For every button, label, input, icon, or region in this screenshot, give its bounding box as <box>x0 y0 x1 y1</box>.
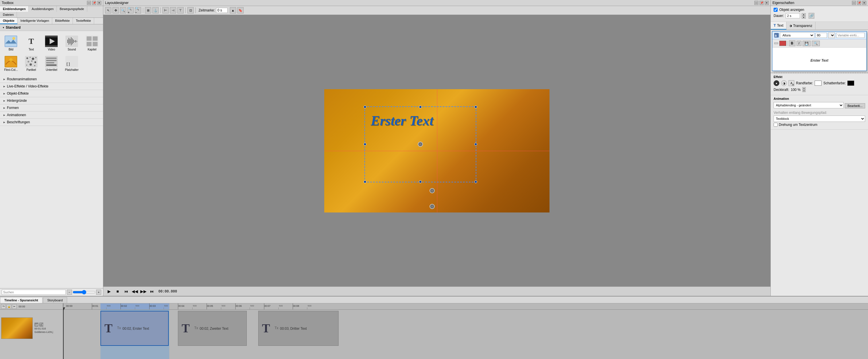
ld-align-left-btn[interactable]: ⊢ <box>162 7 169 13</box>
handle-top-right[interactable] <box>474 105 477 108</box>
italic-btn[interactable]: I <box>797 41 801 46</box>
handle-bottom-center[interactable] <box>419 181 422 183</box>
ld-fit-btn[interactable]: ⊡ <box>187 7 194 13</box>
cat-routenanimationen[interactable]: ▶ Routenanimationen <box>0 76 103 83</box>
tab-bewegungspfade[interactable]: Bewegungspfade <box>57 6 87 12</box>
animation-select[interactable]: Alphablending - geändert <box>774 102 844 108</box>
drehung-checkbox[interactable] <box>774 123 778 127</box>
ld-zoom-out-btn[interactable]: 🔍− <box>135 7 141 13</box>
timeline-tab-spuransicht[interactable]: Timeline - Spuransicht <box>0 297 42 303</box>
eig-tab-text[interactable]: T Text <box>771 22 786 30</box>
tl-cut-btn[interactable]: ✂ <box>12 304 17 309</box>
clip-erster-text[interactable]: T Tx 00:02, Erster Text <box>100 311 169 346</box>
toolbox-item-video[interactable]: Video <box>41 33 61 53</box>
clip-dritter-text[interactable]: T Tx 00:03, Dritter Text <box>258 311 339 346</box>
ld-zoom-btn[interactable]: 🔍 <box>120 7 126 13</box>
timeline-tab-storyboard[interactable]: Storyboard <box>43 297 67 303</box>
text-color-swatch[interactable] <box>779 41 786 46</box>
handle-top-left[interactable] <box>364 105 366 108</box>
eig-pin-btn[interactable]: 📌 <box>857 1 861 5</box>
font-variable-input[interactable] <box>836 33 865 38</box>
eig-tab-transparenz[interactable]: ◑ Transparenz <box>786 22 815 30</box>
search-icon-btn[interactable]: 🔍 <box>812 41 820 46</box>
tab-dateien[interactable]: Dateien <box>0 12 17 18</box>
center-handle-2[interactable] <box>430 188 435 193</box>
cat-objekt-effekte[interactable]: ▶ Objekt-Effekte <box>0 90 103 97</box>
font-size-input[interactable] <box>815 33 827 38</box>
color-pick-area[interactable] <box>774 42 778 44</box>
playhead[interactable] <box>63 310 64 359</box>
ld-align-right-btn[interactable]: ⊤ <box>177 7 184 13</box>
tl-wave-btn[interactable]: 〜 <box>1 304 6 309</box>
toolbox-item-untertitel[interactable]: Untertitel <box>41 54 61 73</box>
search-input[interactable] <box>2 290 66 295</box>
cat-beschriftungen[interactable]: ▶ Beschriftungen <box>0 119 103 126</box>
toolbox-pin-btn[interactable]: 📌 <box>92 1 96 5</box>
play-button[interactable]: ▶ <box>105 288 113 295</box>
save-btn[interactable]: 💾 <box>803 41 811 46</box>
tab-ausblendungen[interactable]: Ausblendungen <box>29 6 57 12</box>
search-minus-btn[interactable]: − <box>67 290 72 295</box>
cat-animationen[interactable]: ▶ Animationen <box>0 111 103 119</box>
subtab-intelligente[interactable]: Intelligente Vorlagen <box>18 18 52 24</box>
handle-middle-right[interactable] <box>474 143 477 146</box>
handle-bottom-left[interactable] <box>364 181 366 183</box>
search-zoom-slider[interactable] <box>72 290 96 295</box>
tl-lock-btn[interactable]: 🔒 <box>7 304 11 309</box>
toolbox-item-kapitel[interactable]: Kapitel <box>82 33 102 53</box>
toolbox-item-flexi[interactable]: Flexi-Col... <box>1 54 21 73</box>
ld-bookmark-btn[interactable]: 🔖 <box>237 7 244 13</box>
toolbox-minimize-btn[interactable]: — <box>87 1 91 5</box>
toolbox-item-bild[interactable]: Bild <box>1 33 21 53</box>
ld-pin-btn[interactable]: 📌 <box>760 1 764 5</box>
ld-zoom-in-btn[interactable]: 🔍+ <box>127 7 134 13</box>
effekt-moon-btn[interactable]: ◑ <box>781 80 787 86</box>
prev-frame-btn[interactable]: ⏮ <box>123 288 130 295</box>
subtab-texteffekte[interactable]: Texteffekte <box>73 18 94 24</box>
canvas-area[interactable]: Erster Text <box>103 15 770 287</box>
ld-close-btn[interactable]: ✕ <box>765 1 769 5</box>
ld-select-btn[interactable]: ↖ <box>105 7 111 13</box>
anim-bearbeiten-btn[interactable]: Bearbeiti... <box>845 103 865 108</box>
ld-grid-btn[interactable]: ⊞ <box>145 7 151 13</box>
effekt-circle-btn[interactable]: ● <box>774 80 779 86</box>
font-family-select[interactable]: Allura <box>780 32 814 38</box>
subtab-objekte[interactable]: Objekte <box>0 18 18 24</box>
step-fwd-btn[interactable]: ▶▶ <box>140 288 147 295</box>
schattenfarbe-swatch[interactable] <box>847 80 854 86</box>
tab-einblendungen[interactable]: Einblendungen <box>0 6 29 12</box>
ld-align-center-btn[interactable]: ⊣ <box>170 7 176 13</box>
link-btn[interactable]: 🔗 <box>809 13 814 19</box>
ld-anchor-btn[interactable]: ⚓ <box>152 7 159 13</box>
toolbox-item-sound[interactable]: Sound <box>62 33 82 53</box>
cat-hintergruende[interactable]: ▶ Hintergründe <box>0 97 103 104</box>
handle-top-center[interactable] <box>419 105 422 108</box>
handle-bottom-right[interactable] <box>474 181 477 183</box>
dauer-down-btn[interactable]: ▼ <box>802 16 806 19</box>
stop-button[interactable]: ■ <box>114 288 121 295</box>
deckkraft-up[interactable]: ▲ <box>802 87 806 90</box>
font-size-dropdown[interactable]: ▼ <box>828 32 835 38</box>
toolbox-close-btn[interactable]: ✕ <box>97 1 101 5</box>
eig-close-btn[interactable]: ✕ <box>862 1 866 5</box>
cat-live-effekte[interactable]: ▶ Live-Effekte / Video-Effekte <box>0 83 103 90</box>
toolbox-item-text[interactable]: T Text <box>22 33 41 53</box>
center-handle-3[interactable] <box>430 204 435 209</box>
text-element-erster[interactable]: Erster Text <box>364 106 476 183</box>
effekt-A-btn[interactable]: A ▼ <box>788 80 794 86</box>
cat-formen[interactable]: ▶ Formen <box>0 104 103 111</box>
step-back-btn[interactable]: ◀◀ <box>131 288 138 295</box>
center-handle-main[interactable] <box>418 142 423 147</box>
ld-minimize-btn[interactable]: — <box>754 1 758 5</box>
toolbox-item-partikel[interactable]: Partikel <box>22 54 41 73</box>
dauer-input[interactable] <box>786 13 800 18</box>
ld-move-btn[interactable]: ✜ <box>113 7 119 13</box>
next-frame-btn[interactable]: ⏭ <box>149 288 156 295</box>
objekt-anzeigen-checkbox[interactable] <box>774 8 778 12</box>
handle-middle-left[interactable] <box>364 143 366 146</box>
deckkraft-down[interactable]: ▼ <box>802 90 806 92</box>
toolbox-item-platzhalter[interactable]: [ ] Platzhalter <box>62 54 82 73</box>
textblock-select[interactable]: Textblock <box>774 116 865 122</box>
bold-btn[interactable]: B <box>789 40 796 46</box>
clip-zweiter-text[interactable]: T Tx 00:02, Zweiter Text <box>178 311 247 346</box>
